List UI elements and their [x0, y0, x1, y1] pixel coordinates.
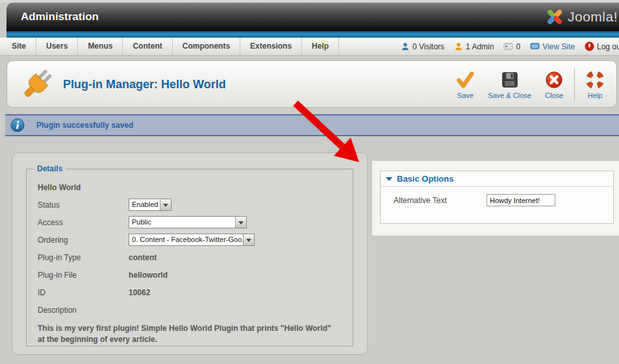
save-button[interactable]: Save — [449, 70, 481, 99]
joomla-logo-icon — [545, 7, 564, 27]
basic-options-panel: Basic Options Alternative Text — [380, 171, 614, 224]
close-x-icon — [544, 70, 564, 90]
messages-count: 0 — [516, 42, 520, 51]
messages-status[interactable]: 0 — [503, 42, 520, 51]
joomla-logo: Joomla! — [545, 7, 618, 27]
ordering-select[interactable]: 0. Content - Facebook-Twitter-Goo... — [129, 234, 255, 246]
options-pane: Basic Options Alternative Text — [372, 161, 619, 236]
toolbar-buttons: Save Save & Close Close — [449, 67, 611, 102]
plugin-id-value: 10062 — [129, 288, 150, 297]
access-select-arrow-icon[interactable] — [235, 217, 246, 228]
access-select[interactable]: Public — [129, 216, 247, 228]
statusbar: 0 Visitors 1 Admin 0 View Site — [391, 38, 619, 55]
log-out-label: Log out — [597, 42, 619, 51]
chevron-down-icon — [386, 177, 392, 181]
description-text: This is my very first plugin! Simple Hel… — [27, 319, 353, 346]
menu-item-site[interactable]: Site — [2, 38, 36, 55]
save-and-close-button-label: Save & Close — [488, 91, 531, 99]
basic-options-title: Basic Options — [397, 174, 453, 184]
ordering-select-arrow-icon[interactable] — [243, 234, 254, 245]
success-message-bar: Plugin successfully saved — [5, 114, 619, 136]
joomla-logo-text: Joomla! — [568, 9, 618, 25]
admin-count: 1 Admin — [466, 42, 494, 51]
plugin-id-label: ID — [38, 288, 129, 297]
ordering-select-value: 0. Content - Facebook-Twitter-Goo... — [129, 234, 243, 245]
view-site-monitor-icon — [530, 42, 540, 51]
alternative-text-row: Alternative Text — [381, 194, 613, 206]
status-select[interactable]: Enabled — [129, 199, 171, 211]
menu-item-users[interactable]: Users — [36, 38, 78, 55]
toolbar-title: Plug-in Manager: Hello World — [63, 77, 226, 91]
admin-status: 1 Admin — [454, 42, 494, 51]
help-button[interactable]: Help — [579, 70, 611, 99]
view-site-link[interactable]: View Site — [530, 42, 575, 51]
view-site-label: View Site — [542, 42, 575, 51]
menu-item-help[interactable]: Help — [302, 38, 339, 55]
help-lifebuoy-icon — [585, 70, 605, 90]
description-label-row: Description — [27, 301, 353, 319]
alternative-text-label: Alternative Text — [394, 196, 486, 205]
menu-item-content[interactable]: Content — [123, 38, 172, 55]
plugin-file-value: helloworld — [129, 271, 168, 280]
description-label: Description — [38, 306, 77, 315]
header-blue-bar — [6, 31, 619, 38]
menu-item-extensions[interactable]: Extensions — [240, 38, 302, 55]
floppy-disk-icon — [500, 70, 520, 90]
visitors-person-icon — [401, 42, 410, 51]
joomla-admin-page: { "header": { "title": "Administration",… — [0, 0, 619, 364]
success-message-text: Plugin successfully saved — [36, 121, 133, 130]
menu-item-components[interactable]: Components — [173, 38, 240, 55]
ordering-row: Ordering 0. Content - Facebook-Twitter-G… — [27, 231, 353, 249]
plugin-type-value: content — [129, 253, 157, 262]
close-button-label: Close — [545, 91, 563, 99]
status-select-arrow-icon[interactable] — [160, 199, 171, 210]
plugin-manager-icon — [19, 67, 54, 102]
toolbar-separator — [574, 68, 575, 101]
details-panel: Details Hello World Status Enabled Acces… — [12, 152, 368, 355]
save-check-icon — [455, 70, 475, 90]
access-label: Access — [38, 218, 129, 227]
access-row: Access Public — [27, 213, 353, 231]
help-button-label: Help — [588, 91, 603, 99]
basic-options-header[interactable]: Basic Options — [381, 171, 613, 187]
admin-header: Administration Joomla! — [6, 3, 619, 31]
plugin-file-label: Plug-in File — [38, 271, 129, 280]
toolbar: Plug-in Manager: Hello World Save Save &… — [6, 60, 617, 108]
menu-item-menus[interactable]: Menus — [78, 38, 123, 55]
visitors-status: 0 Visitors — [401, 42, 444, 51]
save-and-close-button[interactable]: Save & Close — [481, 70, 538, 99]
info-icon — [10, 118, 25, 132]
ordering-label: Ordering — [38, 236, 129, 245]
log-out-icon — [585, 42, 594, 51]
log-out-link[interactable]: Log out — [585, 42, 619, 51]
visitors-count: 0 Visitors — [412, 42, 444, 51]
status-row: Status Enabled — [27, 196, 353, 213]
access-select-value: Public — [129, 217, 235, 228]
messages-icon — [503, 42, 513, 51]
status-select-value: Enabled — [129, 199, 160, 210]
alternative-text-input[interactable] — [486, 194, 555, 206]
main-menubar: Site Users Menus Content Components Exte… — [0, 38, 619, 56]
close-button[interactable]: Close — [538, 70, 570, 99]
status-label: Status — [38, 200, 129, 210]
save-button-label: Save — [457, 91, 474, 99]
plugin-type-label: Plug-in Type — [38, 253, 129, 262]
admin-person-icon — [454, 42, 463, 51]
plugin-file-row: Plug-in File helloworld — [27, 266, 353, 284]
details-legend: Details — [34, 164, 66, 173]
plugin-id-row: ID 10062 — [27, 284, 353, 301]
page-title: Administration — [21, 10, 99, 23]
plugin-name: Hello World — [38, 183, 81, 192]
details-fieldset: Details Hello World Status Enabled Acces… — [26, 164, 353, 346]
plugin-name-row: Hello World — [27, 178, 353, 196]
plugin-type-row: Plug-in Type content — [27, 249, 353, 266]
